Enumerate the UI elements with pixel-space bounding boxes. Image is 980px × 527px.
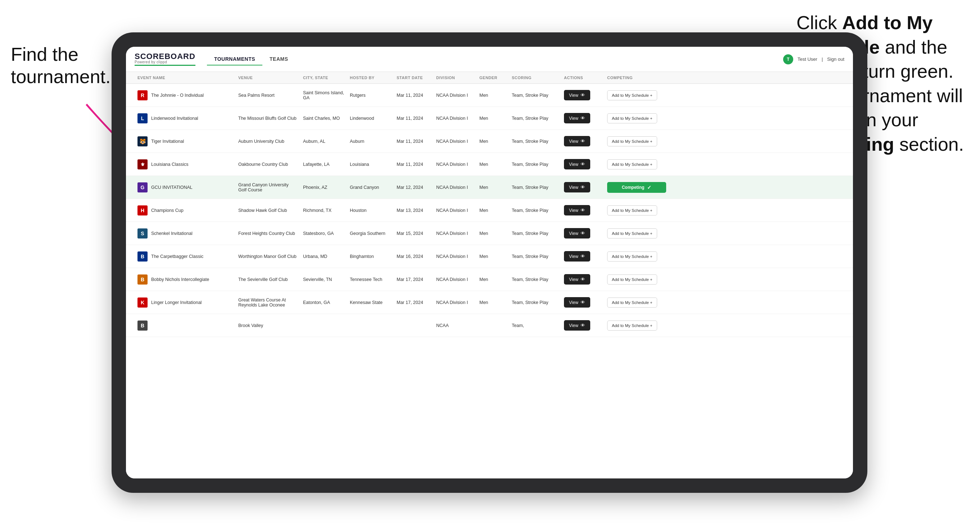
- division-cell: NCAA: [433, 320, 477, 331]
- logo-main: SCOREBOARD: [135, 52, 196, 60]
- division-cell: NCAA Division I: [433, 90, 477, 101]
- view-button[interactable]: View 👁: [564, 320, 590, 330]
- add-to-schedule-button[interactable]: Add to My Schedule +: [607, 205, 657, 216]
- tab-teams[interactable]: TEAMS: [262, 53, 296, 65]
- scoring-cell: Team, Stroke Play: [509, 113, 561, 124]
- tablet-frame: SCOREBOARD Powered by clippd TOURNAMENTS…: [111, 32, 867, 493]
- nav-tabs: TOURNAMENTS TEAMS: [207, 53, 296, 65]
- table-header: EVENT NAME VENUE CITY, STATE HOSTED BY S…: [126, 72, 853, 84]
- city-state-cell: [300, 323, 347, 329]
- start-date-cell: Mar 13, 2024: [394, 205, 433, 216]
- add-to-schedule-button[interactable]: Add to My Schedule +: [607, 321, 657, 330]
- view-button[interactable]: View 👁: [564, 90, 590, 100]
- team-logo: S: [137, 229, 148, 238]
- eye-icon: 👁: [581, 323, 585, 328]
- eye-icon: 👁: [581, 230, 585, 236]
- venue-cell: The Sevierville Golf Club: [235, 274, 300, 285]
- actions-cell: View 👁: [561, 248, 604, 264]
- actions-cell: View 👁: [561, 156, 604, 172]
- actions-cell: View 👁: [561, 179, 604, 195]
- view-button[interactable]: View 👁: [564, 297, 590, 308]
- gender-cell: Men: [477, 205, 509, 216]
- view-button[interactable]: View 👁: [564, 159, 590, 170]
- th-start-date: START DATE: [394, 72, 433, 83]
- view-button[interactable]: View 👁: [564, 205, 590, 216]
- hosted-by-cell: Georgia Southern: [347, 228, 394, 239]
- division-cell: NCAA Division I: [433, 113, 477, 124]
- event-name-cell: S Schenkel Invitational: [135, 225, 235, 241]
- eye-icon: 👁: [581, 300, 585, 305]
- view-label: View: [569, 116, 578, 121]
- add-to-schedule-button[interactable]: Add to My Schedule +: [607, 137, 657, 146]
- division-cell: NCAA Division I: [433, 182, 477, 193]
- add-to-schedule-button[interactable]: Add to My Schedule +: [607, 113, 657, 124]
- event-name-cell: R The Johnnie - O Individual: [135, 87, 235, 103]
- add-to-schedule-button[interactable]: Add to My Schedule +: [607, 90, 657, 100]
- event-name-text: Champions Cup: [151, 208, 183, 213]
- table-row: R The Johnnie - O Individual Sea Palms R…: [126, 84, 853, 107]
- hosted-by-cell: Grand Canyon: [347, 182, 394, 193]
- competing-cell: Add to My Schedule +: [604, 271, 669, 287]
- add-to-schedule-button[interactable]: Add to My Schedule +: [607, 275, 657, 284]
- eye-icon: 👁: [581, 184, 585, 190]
- competing-button[interactable]: Competing ✓: [607, 182, 666, 193]
- actions-cell: View 👁: [561, 202, 604, 218]
- table-row: 🐯 Tiger Invitational Auburn University C…: [126, 130, 853, 153]
- scoring-cell: Team,: [509, 320, 561, 331]
- add-to-schedule-button[interactable]: Add to My Schedule +: [607, 159, 657, 170]
- team-logo: K: [137, 297, 148, 308]
- th-event-name: EVENT NAME: [135, 72, 235, 83]
- th-gender: GENDER: [477, 72, 509, 83]
- add-to-schedule-button[interactable]: Add to My Schedule +: [607, 297, 657, 308]
- competing-cell: Competing ✓: [604, 179, 669, 196]
- view-button[interactable]: View 👁: [564, 113, 590, 124]
- gender-cell: Men: [477, 90, 509, 101]
- add-to-schedule-button[interactable]: Add to My Schedule +: [607, 251, 657, 262]
- city-state-cell: Auburn, AL: [300, 136, 347, 147]
- th-hosted-by: HOSTED BY: [347, 72, 394, 83]
- logo-green-bar: [135, 65, 196, 66]
- division-cell: NCAA Division I: [433, 159, 477, 170]
- view-label: View: [569, 139, 578, 144]
- start-date-cell: Mar 17, 2024: [394, 274, 433, 285]
- eye-icon: 👁: [581, 92, 585, 98]
- start-date-cell: Mar 16, 2024: [394, 251, 433, 262]
- gender-cell: Men: [477, 274, 509, 285]
- view-button[interactable]: View 👁: [564, 136, 590, 146]
- city-state-cell: Urbana, MD: [300, 251, 347, 262]
- city-state-cell: Saint Charles, MO: [300, 113, 347, 124]
- actions-cell: View 👁: [561, 225, 604, 241]
- venue-cell: The Missouri Bluffs Golf Club: [235, 113, 300, 124]
- actions-cell: View 👁: [561, 271, 604, 287]
- competing-cell: Add to My Schedule +: [604, 133, 669, 149]
- view-button[interactable]: View 👁: [564, 274, 590, 284]
- venue-cell: Oakbourne Country Club: [235, 159, 300, 170]
- venue-cell: Brook Valley: [235, 320, 300, 331]
- view-button[interactable]: View 👁: [564, 251, 590, 262]
- add-to-schedule-button[interactable]: Add to My Schedule +: [607, 229, 657, 238]
- scoring-cell: Team, Stroke Play: [509, 159, 561, 170]
- start-date-cell: [394, 323, 433, 329]
- view-button[interactable]: View 👁: [564, 228, 590, 238]
- th-scoring: SCORING: [509, 72, 561, 83]
- view-button[interactable]: View 👁: [564, 182, 590, 192]
- view-label: View: [569, 323, 578, 328]
- table-body: R The Johnnie - O Individual Sea Palms R…: [126, 84, 853, 475]
- hosted-by-cell: Houston: [347, 205, 394, 216]
- th-division: DIVISION: [433, 72, 477, 83]
- table-row: G GCU INVITATIONAL Grand Canyon Universi…: [126, 176, 853, 199]
- start-date-cell: Mar 12, 2024: [394, 182, 433, 193]
- team-logo: B: [137, 251, 148, 262]
- team-logo: 🐯: [137, 137, 148, 146]
- th-city-state: CITY, STATE: [300, 72, 347, 83]
- event-name-cell: B Bobby Nichols Intercollegiate: [135, 271, 235, 287]
- tab-tournaments[interactable]: TOURNAMENTS: [207, 53, 262, 65]
- division-cell: NCAA Division I: [433, 251, 477, 262]
- sign-out-link[interactable]: Sign out: [827, 57, 844, 62]
- view-label: View: [569, 93, 578, 98]
- hosted-by-cell: Rutgers: [347, 90, 394, 101]
- start-date-cell: Mar 11, 2024: [394, 159, 433, 170]
- scoring-cell: Team, Stroke Play: [509, 182, 561, 193]
- gender-cell: Men: [477, 297, 509, 308]
- table-row: K Linger Longer Invitational Great Water…: [126, 291, 853, 314]
